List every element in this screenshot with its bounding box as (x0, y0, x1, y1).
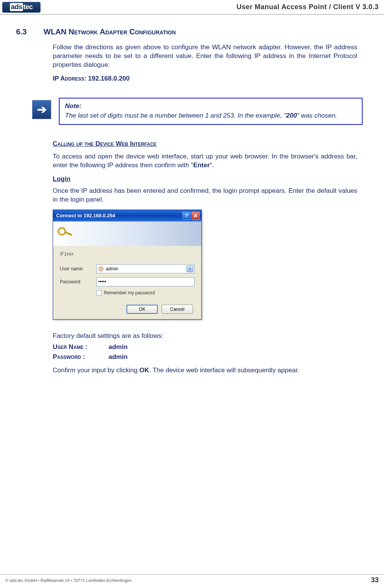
login-heading: Login (53, 175, 357, 183)
close-button[interactable]: ✕ (191, 212, 200, 220)
section-heading: 6.3 WLAN Network Adapter Configuration (16, 27, 357, 36)
note-body-prefix: The last set of digits must be a number … (65, 112, 286, 119)
dialog-title: Connect to 192.168.0.254 (56, 213, 181, 218)
page-footer: © ads-tec GmbH • Raiffeisenstr.14 • 7077… (0, 574, 384, 584)
dialog-titlebar: Connect to 192.168.0.254 ? ✕ (53, 210, 201, 221)
password-input[interactable]: ••••• (96, 277, 194, 286)
dialog-banner (53, 221, 201, 246)
note-title: Note: (65, 102, 356, 110)
note-body-suffix: " was chosen. (297, 112, 337, 119)
username-label: User name: (60, 266, 96, 271)
page-header: adstec User Manual Access Point / Client… (0, 0, 384, 15)
page-number: 33 (371, 576, 379, 584)
remember-checkbox[interactable] (96, 290, 102, 296)
manual-title: User Manual Access Point / Client V 3.0.… (41, 3, 384, 11)
default-password-value: admin (109, 353, 128, 361)
confirm-suffix: . The device web interface will subseque… (149, 367, 299, 374)
login-paragraph: Once the IP address has been entered and… (53, 187, 357, 204)
dialog-body: IF1xxx User name: admin ▾ Password: ••••… (53, 246, 201, 319)
note-body: The last set of digits must be a number … (65, 111, 356, 120)
password-value: ••••• (98, 279, 106, 284)
password-row: Password: ••••• (60, 277, 194, 286)
cancel-button[interactable]: Cancel (162, 305, 193, 314)
login-dialog: Connect to 192.168.0.254 ? ✕ IF1xxx User… (53, 210, 202, 320)
default-username-label: User Name : (53, 343, 102, 351)
brand-logo: adstec (2, 2, 41, 13)
default-password-row: Password : admin (53, 353, 357, 361)
section-title: WLAN Network Adapter Configuration (44, 27, 176, 36)
username-input[interactable]: admin ▾ (96, 264, 194, 273)
help-button[interactable]: ? (182, 212, 191, 220)
keys-icon (58, 226, 74, 242)
confirm-prefix: Confirm your input by clicking (53, 367, 139, 374)
confirm-bold: OK (139, 367, 149, 374)
ok-button[interactable]: OK (126, 305, 158, 314)
ip-address-label: IP Address: (53, 75, 86, 82)
ip-address-line: IP Address: 192.168.0.200 (53, 75, 357, 82)
web-interface-heading: Calling up the Device Web Interface (53, 140, 357, 148)
footer-copyright: © ads-tec GmbH • Raiffeisenstr.14 • 7077… (5, 578, 371, 583)
username-value: admin (106, 266, 118, 271)
remember-row: Remember my password (96, 290, 194, 296)
remember-label: Remember my password (104, 290, 155, 296)
dialog-button-row: OK Cancel (60, 305, 194, 314)
note-body-bold: 200 (286, 112, 297, 119)
note-box: Note: The last set of digits must be a n… (59, 98, 363, 125)
intro-paragraph: Follow the directions as given above to … (53, 43, 357, 69)
section-number: 6.3 (16, 27, 37, 36)
default-username-row: User Name : admin (53, 343, 357, 351)
user-icon (98, 266, 104, 271)
ip-address-value: 192.168.0.200 (88, 75, 130, 82)
password-label: Password: (60, 279, 96, 284)
web-interface-bold: Enter (193, 162, 210, 169)
note-block: ➔ Note: The last set of digits must be a… (32, 98, 357, 125)
default-username-value: admin (109, 343, 128, 351)
default-password-label: Password : (53, 353, 102, 361)
dialog-realm: IF1xxx (60, 251, 194, 257)
username-row: User name: admin ▾ (60, 264, 194, 273)
defaults-intro: Factory default settings are as follows: (53, 332, 357, 341)
chevron-down-icon[interactable]: ▾ (186, 265, 193, 272)
arrow-right-icon: ➔ (32, 100, 51, 119)
confirm-paragraph: Confirm your input by clicking OK. The d… (53, 366, 357, 375)
web-interface-paragraph: To access and open the device web interf… (53, 152, 357, 170)
page-content: 6.3 WLAN Network Adapter Configuration F… (0, 15, 384, 375)
web-interface-suffix: ". (210, 162, 214, 169)
